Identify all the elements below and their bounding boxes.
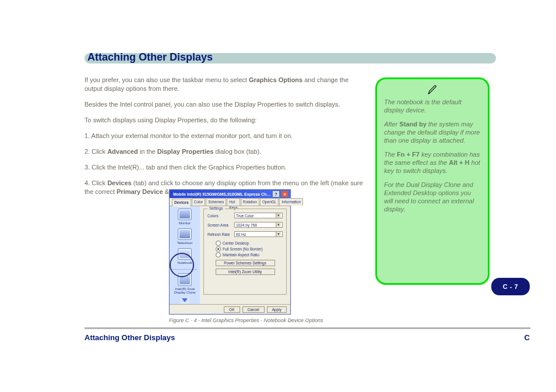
tab-opengl[interactable]: OpenGL [260, 198, 279, 206]
body-li2-b1: Advanced [107, 148, 138, 155]
dual-display-icon [178, 273, 192, 286]
radio-center[interactable]: Center Desktop [216, 241, 283, 246]
body-p1-bold: Graphics Options [249, 76, 302, 83]
body-li4-b2: Primary Device [117, 188, 163, 195]
area-label: Screen Area [207, 223, 234, 227]
tab-information[interactable]: Information [279, 198, 303, 206]
footer-divider [85, 327, 530, 329]
tab-hotkeys[interactable]: Hot Keys [227, 198, 240, 206]
footer-right: C [525, 333, 530, 342]
body-li4-b1: Devices [107, 179, 132, 186]
apply-button[interactable]: Apply [267, 306, 287, 313]
sidebar-divider [173, 269, 197, 270]
zoom-utility-button[interactable]: Intel(R) Zoom Utility [216, 269, 275, 275]
colors-value: True Color [236, 214, 254, 218]
device-monitor[interactable]: Monitor [171, 209, 198, 225]
cancel-button[interactable]: Cancel [242, 306, 265, 313]
radio-aspect-label: Maintain Aspect Ratio [223, 253, 259, 257]
tab-color[interactable]: Color [192, 198, 206, 206]
body-li3: 3. Click the Intel(R)... tab and then cl… [85, 163, 364, 172]
body-li2-post: dialog box (tab). [215, 148, 261, 155]
body-li2-mid: in the [140, 148, 157, 155]
refresh-value: 60 Hz [236, 232, 246, 236]
note-p4: For the Dual Display Clone and Extended … [384, 181, 481, 213]
footer-left: Attaching Other Displays [85, 333, 175, 342]
radio-full-label: Full Screen (No Border) [223, 247, 263, 251]
note-p2-b: Stand by [399, 121, 426, 128]
body-p1-pre: If you prefer, you can also use the task… [85, 76, 249, 83]
area-value: 1024 by 768 [236, 223, 257, 227]
chevron-down-icon: ▾ [276, 213, 281, 218]
body-li2-pre: 2. Click [85, 148, 107, 155]
radio-icon [216, 241, 221, 246]
body-li1: 1. Attach your external monitor to the e… [85, 132, 364, 140]
monitor-icon [178, 209, 192, 220]
page-title: Attaching Other Displays [87, 51, 213, 63]
device-dual-label: Intel(R) Dual Display Clone [174, 287, 195, 294]
dialog-title: Mobile Intel(R) 915GM/GMS,910GML Express… [173, 192, 271, 196]
tab-schemes[interactable]: Schemes [206, 198, 226, 206]
note-p3-b1: Fn + F7 [397, 151, 420, 158]
area-combo[interactable]: 1024 by 768 ▾ [234, 222, 283, 228]
body-p3-intro: To switch displays using Display Propert… [85, 116, 364, 125]
note-p1: The notebook is the default display devi… [384, 98, 481, 114]
help-button[interactable]: ? [272, 190, 280, 197]
power-schemes-button[interactable]: Power Schemes Settings [216, 260, 275, 266]
pen-icon [427, 84, 438, 96]
tv-icon [178, 228, 192, 240]
colors-label: Colors [207, 214, 234, 218]
refresh-label: Refresh Rate [207, 232, 234, 236]
device-dual[interactable]: Intel(R) Dual Display Clone [171, 273, 198, 294]
chevron-down-icon: ▾ [276, 223, 281, 227]
device-monitor-label: Monitor [179, 221, 191, 225]
dialog-footer: OK Cancel Apply [170, 304, 290, 315]
device-television[interactable]: Television [171, 228, 198, 245]
ok-button[interactable]: OK [224, 306, 240, 313]
note-box: The notebook is the default display devi… [375, 77, 490, 285]
title-bar[interactable]: Mobile Intel(R) 915GM/GMS,910GML Express… [170, 190, 290, 198]
tabs: Devices Color Schemes Hot Keys Rotation … [170, 198, 290, 206]
dialog-sidebar: Monitor Television Notebook Intel(R) Dua… [170, 206, 200, 304]
refresh-combo[interactable]: 60 Hz ▾ [234, 231, 283, 237]
chevron-down-icon: ▾ [276, 232, 281, 236]
body-li2-b2: Display Properties [157, 148, 214, 155]
device-television-label: Television [177, 241, 192, 245]
tab-rotation[interactable]: Rotation [241, 198, 259, 206]
settings-group-title: Settings [207, 206, 225, 210]
radio-icon [216, 246, 221, 252]
device-notebook-label: Notebook [177, 261, 192, 264]
radio-center-label: Center Desktop [223, 241, 249, 245]
notebook-icon [178, 248, 192, 260]
colors-combo[interactable]: True Color ▾ [234, 213, 283, 218]
radio-full[interactable]: Full Screen (No Border) [216, 246, 283, 252]
note-p2-pre: After [384, 121, 399, 128]
scroll-down[interactable] [171, 298, 198, 305]
note-p3-b2: Alt + H [449, 159, 469, 166]
radio-aspect[interactable]: Maintain Aspect Ratio [216, 252, 283, 257]
figure-caption: Figure C - 4 - Intel Graphics Properties… [169, 317, 323, 323]
chevron-down-icon [181, 298, 189, 303]
body-text: If you prefer, you can also use the task… [85, 76, 364, 203]
page-number: C - 7 [491, 278, 530, 295]
tab-devices[interactable]: Devices [172, 199, 191, 207]
note-p3-pre: The [384, 151, 397, 158]
settings-group: Settings Colors True Color ▾ Screen Area… [203, 209, 287, 295]
body-li4-pre: 4. Click [85, 179, 107, 186]
device-notebook[interactable]: Notebook [171, 248, 198, 264]
close-button[interactable]: × [281, 190, 288, 197]
dialog: Mobile Intel(R) 915GM/GMS,910GML Express… [169, 189, 291, 315]
radio-icon [216, 252, 221, 257]
body-p2: Besides the Intel control panel, you can… [85, 100, 364, 109]
